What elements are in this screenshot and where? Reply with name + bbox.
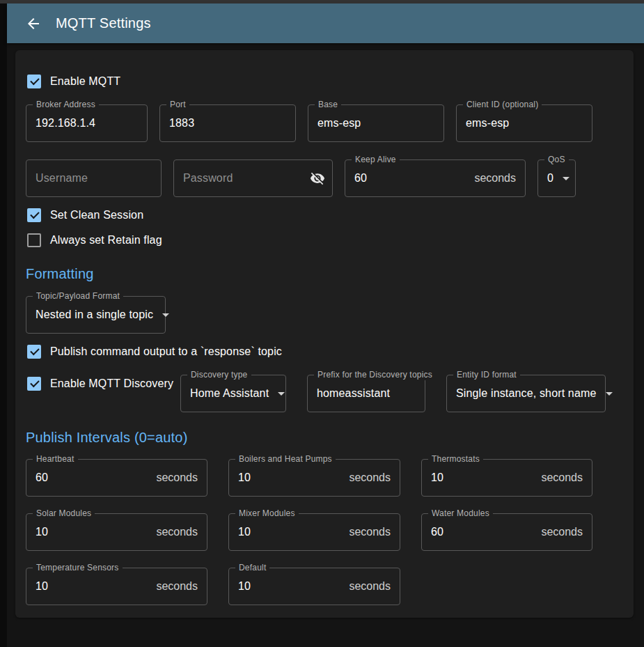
checkbox-label: Always set Retain flag bbox=[50, 234, 162, 247]
seconds-suffix: seconds bbox=[349, 580, 400, 593]
entity-id-format-value: Single instance, short name bbox=[447, 387, 597, 400]
field-interval-thermostats: Thermostats seconds bbox=[421, 459, 592, 497]
field-interval-default: Default seconds bbox=[228, 568, 400, 605]
section-heading-formatting: Formatting bbox=[26, 266, 634, 282]
username-input[interactable] bbox=[26, 172, 161, 185]
checkbox-icon bbox=[27, 75, 41, 88]
field-interval-temperature-sensors: Temperature Sensors seconds bbox=[26, 568, 207, 605]
field-interval-solar: Solar Modules seconds bbox=[26, 513, 207, 551]
discovery-type-value: Home Assistant bbox=[181, 387, 269, 400]
dropdown-arrow-icon bbox=[278, 392, 285, 396]
page-title: MQTT Settings bbox=[56, 15, 151, 31]
field-label: Solar Modules bbox=[33, 508, 95, 519]
credentials-row: Keep Alive seconds QoS 0 bbox=[26, 159, 634, 197]
arrow-back-icon bbox=[25, 15, 42, 32]
field-label: Mixer Modules bbox=[235, 508, 299, 519]
window-chrome-left bbox=[0, 3, 7, 647]
field-label: Temperature Sensors bbox=[33, 563, 123, 573]
field-interval-mixer: Mixer Modules seconds bbox=[228, 513, 400, 551]
checkbox-icon bbox=[27, 208, 41, 222]
seconds-suffix: seconds bbox=[156, 580, 207, 593]
entity-id-format-select[interactable]: Entity ID format Single instance, short … bbox=[446, 375, 606, 412]
field-username bbox=[26, 159, 162, 197]
dropdown-arrow-icon bbox=[606, 392, 613, 396]
field-base: Base bbox=[308, 104, 444, 142]
default-interval-input[interactable] bbox=[229, 580, 349, 593]
keep-alive-input[interactable] bbox=[345, 172, 474, 185]
visibility-off-icon bbox=[310, 171, 325, 186]
topic-format-select[interactable]: Topic/Payload Format Nested in a single … bbox=[26, 296, 166, 334]
app-window: MQTT Settings Enable MQTT Broker Address… bbox=[7, 3, 644, 647]
broker-address-input[interactable] bbox=[26, 117, 147, 130]
checkbox-label: Enable MQTT bbox=[50, 75, 120, 88]
boilers-interval-input[interactable] bbox=[229, 471, 349, 484]
checkbox-icon bbox=[27, 377, 41, 391]
checkbox-enable-discovery[interactable]: Enable MQTT Discovery bbox=[26, 377, 180, 391]
field-port: Port bbox=[159, 104, 296, 142]
content-area: Enable MQTT Broker Address Port Base Cli… bbox=[7, 43, 644, 618]
discovery-row: Enable MQTT Discovery Discovery type Hom… bbox=[26, 370, 634, 412]
checkbox-enable-mqtt[interactable]: Enable MQTT bbox=[26, 75, 634, 88]
checkbox-retain-flag[interactable]: Always set Retain flag bbox=[26, 233, 634, 247]
field-label: Client ID (optional) bbox=[463, 100, 542, 110]
qos-select[interactable]: QoS 0 bbox=[537, 159, 576, 197]
checkbox-icon bbox=[27, 345, 41, 359]
field-discovery-prefix: Prefix for the Discovery topics bbox=[307, 375, 425, 412]
field-broker-address: Broker Address bbox=[26, 104, 148, 142]
discovery-prefix-input[interactable] bbox=[308, 387, 425, 400]
field-interval-boilers: Boilers and Heat Pumps seconds bbox=[228, 459, 400, 497]
field-label: Discovery type bbox=[187, 370, 251, 380]
publish-intervals-grid: Heartbeat seconds Boilers and Heat Pumps… bbox=[26, 459, 634, 605]
dropdown-arrow-icon bbox=[563, 177, 570, 180]
checkbox-label: Set Clean Session bbox=[50, 209, 143, 221]
temperature-sensors-interval-input[interactable] bbox=[26, 580, 156, 593]
client-id-input[interactable] bbox=[457, 117, 592, 130]
dropdown-arrow-icon bbox=[162, 313, 169, 317]
checkbox-clean-session[interactable]: Set Clean Session bbox=[26, 208, 634, 222]
field-label: Water Modules bbox=[428, 508, 493, 519]
water-interval-input[interactable] bbox=[422, 526, 541, 538]
seconds-suffix: seconds bbox=[474, 172, 525, 185]
seconds-suffix: seconds bbox=[156, 526, 207, 538]
toggle-password-visibility-button[interactable] bbox=[310, 171, 332, 186]
topic-format-value: Nested in a single topic bbox=[26, 309, 153, 321]
solar-interval-input[interactable] bbox=[26, 526, 156, 538]
field-interval-water: Water Modules seconds bbox=[421, 513, 592, 551]
field-label: Thermostats bbox=[428, 454, 483, 465]
field-label: Default bbox=[235, 563, 269, 573]
field-password bbox=[173, 159, 333, 197]
field-label: Broker Address bbox=[33, 100, 99, 110]
field-keep-alive: Keep Alive seconds bbox=[345, 159, 526, 197]
seconds-suffix: seconds bbox=[156, 471, 207, 484]
mixer-interval-input[interactable] bbox=[229, 526, 349, 538]
field-client-id: Client ID (optional) bbox=[456, 104, 592, 142]
field-label: QoS bbox=[544, 155, 569, 165]
broker-fields-row: Broker Address Port Base Client ID (opti… bbox=[26, 104, 634, 142]
field-label: Base bbox=[315, 100, 341, 110]
mqtt-settings-card: Enable MQTT Broker Address Port Base Cli… bbox=[15, 50, 634, 618]
checkbox-icon bbox=[27, 233, 41, 247]
discovery-type-select[interactable]: Discovery type Home Assistant bbox=[180, 375, 286, 412]
section-heading-publish-intervals: Publish Intervals (0=auto) bbox=[26, 430, 634, 446]
port-input[interactable] bbox=[160, 117, 295, 130]
field-label: Boilers and Heat Pumps bbox=[235, 454, 336, 465]
field-label: Keep Alive bbox=[352, 155, 400, 165]
field-interval-heartbeat: Heartbeat seconds bbox=[26, 459, 207, 497]
base-input[interactable] bbox=[308, 117, 443, 130]
field-label: Entity ID format bbox=[453, 370, 520, 380]
checkbox-publish-response[interactable]: Publish command output to a `response` t… bbox=[26, 345, 634, 359]
thermostats-interval-input[interactable] bbox=[422, 471, 541, 484]
seconds-suffix: seconds bbox=[349, 526, 400, 538]
field-label: Port bbox=[166, 100, 189, 110]
seconds-suffix: seconds bbox=[349, 471, 400, 484]
password-input[interactable] bbox=[174, 172, 310, 185]
checkbox-label: Enable MQTT Discovery bbox=[50, 377, 173, 390]
field-label: Topic/Payload Format bbox=[33, 291, 123, 302]
back-button[interactable] bbox=[19, 10, 47, 38]
heartbeat-interval-input[interactable] bbox=[26, 471, 156, 484]
qos-value: 0 bbox=[538, 172, 553, 185]
field-label: Prefix for the Discovery topics bbox=[314, 370, 436, 380]
field-label: Heartbeat bbox=[33, 454, 78, 465]
seconds-suffix: seconds bbox=[541, 471, 592, 484]
checkbox-label: Publish command output to a `response` t… bbox=[50, 345, 282, 358]
